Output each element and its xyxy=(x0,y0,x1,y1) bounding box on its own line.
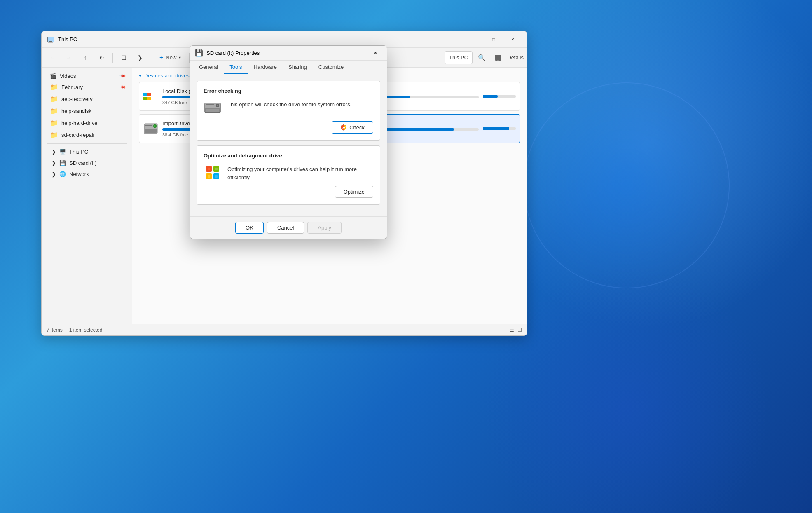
network-icon: 🌐 xyxy=(59,171,66,177)
sidebar-item-videos[interactable]: 🎬 Videos 📌 xyxy=(43,71,130,81)
tab-customize[interactable]: Customize xyxy=(313,61,349,74)
svg-rect-22 xyxy=(206,104,214,105)
svg-rect-11 xyxy=(145,129,157,133)
svg-rect-32 xyxy=(208,175,210,178)
import-drive-icon xyxy=(143,121,158,136)
svg-point-13 xyxy=(154,125,156,127)
optimize-section: Optimize and defragment drive xyxy=(197,145,380,205)
sidebar-item-this-pc[interactable]: ❯ 🖥️ This PC xyxy=(43,146,130,157)
details-button[interactable] xyxy=(491,50,505,65)
sd-card-repair-icon: 📁 xyxy=(50,131,58,139)
sidebar-item-february[interactable]: 📁 February 📌 xyxy=(43,81,130,93)
this-pc-chevron: ❯ xyxy=(51,149,56,155)
statusbar-right: ☰ ☐ xyxy=(510,327,522,333)
maximize-button[interactable]: □ xyxy=(484,31,503,48)
close-button[interactable]: ✕ xyxy=(503,31,522,48)
sidebar-item-help-sandisk[interactable]: 📁 help-sandisk xyxy=(43,105,130,117)
selected-count: 1 item selected xyxy=(69,327,103,333)
tab-general[interactable]: General xyxy=(193,61,224,74)
error-checking-desc: This option will check the drive for fil… xyxy=(227,99,373,109)
dialog-title-icon: 💾 xyxy=(195,49,203,57)
sidebar-item-aep[interactable]: 📁 aep-recovery xyxy=(43,93,130,105)
address-bar[interactable]: This PC xyxy=(445,51,473,64)
february-label: February xyxy=(61,84,83,90)
sidebar-item-network[interactable]: ❯ 🌐 Network xyxy=(43,169,130,180)
sidebar-item-sd-card[interactable]: ❯ 💾 SD card (I:) xyxy=(43,157,130,169)
videos-icon: 🎬 xyxy=(50,73,56,79)
toolbar-sep-2 xyxy=(151,53,151,63)
sidebar: 🎬 Videos 📌 📁 February 📌 📁 aep-recovery 📁… xyxy=(42,68,132,324)
new-plus-icon: + xyxy=(159,54,163,61)
network-label: Network xyxy=(69,171,89,177)
window-controls: − □ ✕ xyxy=(465,31,522,48)
dialog-content: Error checking This option will check th… xyxy=(190,74,387,216)
network-chevron: ❯ xyxy=(51,171,56,177)
help-hard-drive-label: help-hard-drive xyxy=(61,120,97,126)
check-label: Check xyxy=(349,124,365,131)
explorer-title-text: This PC xyxy=(58,36,465,42)
tab-sharing[interactable]: Sharing xyxy=(283,61,313,74)
grid-view-icon[interactable]: ☐ xyxy=(517,327,522,333)
optimize-desc: Optimizing your computer's drives can he… xyxy=(227,164,373,181)
minimize-button[interactable]: − xyxy=(465,31,484,48)
expand-button[interactable]: ❯ xyxy=(133,50,147,65)
check-btn-area: Check xyxy=(204,121,373,134)
sd-card-repair-label: sd-card-repair xyxy=(61,132,95,138)
new-label: New xyxy=(166,54,176,61)
dialog-titlebar: 💾 SD card (I:) Properties ✕ xyxy=(190,46,387,61)
details-label: Details xyxy=(507,54,524,61)
dialog-title-text: SD card (I:) Properties xyxy=(206,50,369,56)
february-folder-icon: 📁 xyxy=(50,83,58,91)
search-button[interactable]: 🔍 xyxy=(474,50,489,65)
svg-rect-4 xyxy=(498,55,501,61)
dialog-footer: OK Cancel Apply xyxy=(190,216,387,239)
up-button[interactable]: ↑ xyxy=(78,50,93,65)
tab-hardware[interactable]: Hardware xyxy=(248,61,283,74)
list-view-icon[interactable]: ☰ xyxy=(510,327,514,333)
sd-right-bar xyxy=(483,127,516,130)
svg-rect-33 xyxy=(215,175,218,178)
new-chevron-icon: ▾ xyxy=(179,55,181,60)
svg-rect-25 xyxy=(206,109,219,112)
sd-card-chevron: ❯ xyxy=(51,160,56,166)
section-chevron-icon: ▾ xyxy=(139,73,142,79)
svg-rect-30 xyxy=(208,168,210,170)
new-button[interactable]: + New ▾ xyxy=(154,52,186,64)
optimize-label: Optimize xyxy=(344,189,365,195)
back-button[interactable]: ← xyxy=(45,50,60,65)
refresh-button[interactable]: ↻ xyxy=(94,50,109,65)
view-button[interactable]: ☐ xyxy=(116,50,131,65)
sidebar-item-sd-card-repair[interactable]: 📁 sd-card-repair xyxy=(43,129,130,141)
optimize-button[interactable]: Optimize xyxy=(335,186,373,198)
sidebar-item-help-hard-drive[interactable]: 📁 help-hard-drive xyxy=(43,117,130,129)
check-button[interactable]: Check xyxy=(332,121,373,134)
ok-button[interactable]: OK xyxy=(235,222,264,234)
dialog-tabs: General Tools Hardware Sharing Customize xyxy=(190,61,387,74)
local-drive-icon xyxy=(143,89,158,104)
toolbar-sep-1 xyxy=(112,53,113,63)
forward-button[interactable]: → xyxy=(61,50,76,65)
sidebar-sep-1 xyxy=(47,143,127,144)
apply-button[interactable]: Apply xyxy=(307,222,342,234)
svg-rect-3 xyxy=(495,55,498,61)
dialog-close-button[interactable]: ✕ xyxy=(369,47,382,60)
toolbar-right: This PC 🔍 Details xyxy=(445,50,524,65)
error-checking-section: Error checking This option will check th… xyxy=(197,81,380,141)
videos-label: Videos xyxy=(60,73,76,79)
svg-point-24 xyxy=(217,105,218,106)
optimize-title: Optimize and defragment drive xyxy=(204,152,373,159)
svg-rect-2 xyxy=(48,42,53,43)
aep-folder-icon: 📁 xyxy=(50,95,58,103)
tab-tools[interactable]: Tools xyxy=(224,61,248,74)
cancel-button[interactable]: Cancel xyxy=(267,222,304,234)
optimize-row: Optimizing your computer's drives can he… xyxy=(204,164,373,182)
svg-rect-31 xyxy=(215,168,218,170)
help-sandisk-icon: 📁 xyxy=(50,107,58,115)
pin-icon-february: 📌 xyxy=(118,83,126,91)
shield-icon xyxy=(340,124,347,131)
this-pc-label: This PC xyxy=(69,149,88,155)
help-sandisk-label: help-sandisk xyxy=(61,108,91,114)
optimize-icon xyxy=(204,164,222,182)
sd-card-label: SD card (I:) xyxy=(69,160,96,166)
error-checking-icon xyxy=(204,99,222,117)
